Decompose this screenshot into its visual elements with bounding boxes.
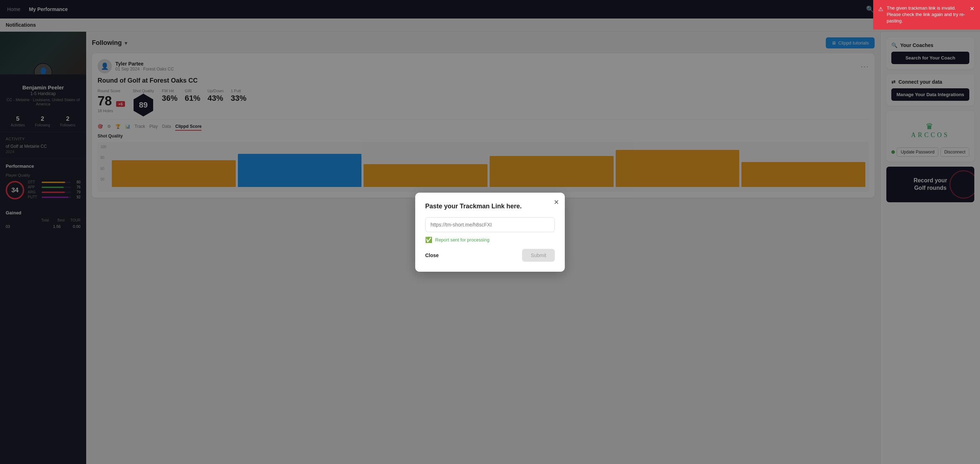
trackman-modal: ✕ Paste your Trackman Link here. ✅ Repor…: [415, 193, 565, 272]
toast-message: The given trackman link is invalid. Plea…: [887, 5, 966, 25]
modal-success-message: ✅ Report sent for processing: [425, 237, 555, 243]
check-circle-icon: ✅: [425, 237, 432, 243]
modal-close-x-button[interactable]: ✕: [554, 199, 559, 206]
success-text: Report sent for processing: [435, 237, 489, 243]
error-toast: ⚠ The given trackman link is invalid. Pl…: [873, 0, 980, 30]
modal-submit-button[interactable]: Submit: [522, 249, 555, 262]
toast-close-btn[interactable]: ✕: [970, 5, 974, 13]
trackman-link-input[interactable]: [425, 217, 555, 232]
modal-close-button[interactable]: Close: [425, 249, 439, 261]
modal-title: Paste your Trackman Link here.: [425, 203, 555, 210]
modal-overlay: ✕ Paste your Trackman Link here. ✅ Repor…: [0, 0, 980, 464]
modal-footer: Close Submit: [425, 249, 555, 262]
toast-warning-icon: ⚠: [878, 5, 883, 13]
